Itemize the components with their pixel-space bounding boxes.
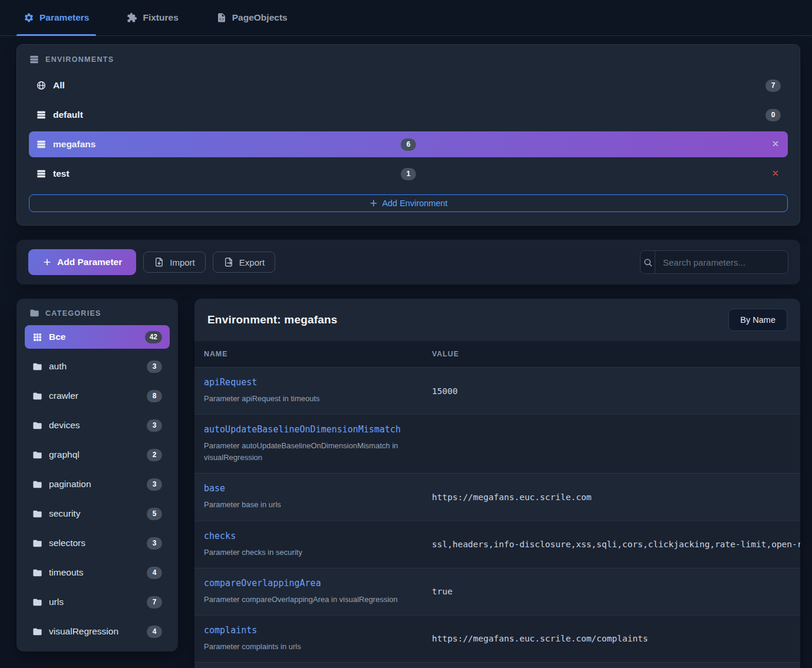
category-name: urls — [49, 597, 64, 607]
count-badge: 42 — [145, 331, 162, 343]
puzzle-icon — [127, 12, 137, 23]
environments-title: ENVIRONMENTS — [45, 55, 114, 64]
globe-icon — [36, 80, 47, 91]
count-badge: 4 — [147, 626, 162, 638]
grid-icon — [32, 332, 42, 342]
top-nav: Parameters Fixtures PageObjects — [0, 0, 812, 36]
folder-icon — [32, 391, 42, 401]
environment-name: default — [53, 110, 83, 120]
folder-icon — [32, 568, 42, 578]
parameter-name-link[interactable]: compareOverlappingArea — [204, 578, 321, 588]
folder-icon — [32, 597, 42, 607]
category-item-pagination[interactable]: pagination 3 — [25, 472, 170, 496]
search-input[interactable] — [655, 251, 788, 273]
parameter-row-apiRequest: apiRequest Parameter apiRequest in timeo… — [194, 367, 800, 414]
category-name: timeouts — [49, 567, 84, 578]
tab-parameters[interactable]: Parameters — [16, 0, 96, 35]
environments-panel: ENVIRONMENTS All 7 default 0 megafans 6 … — [16, 44, 800, 226]
category-name: crawler — [49, 391, 78, 401]
count-badge: 3 — [147, 537, 162, 550]
import-icon — [154, 257, 164, 267]
category-item-crawler[interactable]: crawler 8 — [25, 384, 170, 408]
column-name: NAME — [194, 350, 432, 358]
folder-icon — [32, 362, 42, 372]
categories-title: CATEGORIES — [45, 309, 101, 318]
server-icon — [36, 110, 47, 120]
folder-icon — [32, 509, 42, 519]
plus-icon — [42, 257, 52, 267]
parameter-name-link[interactable]: checks — [204, 531, 236, 541]
export-icon — [223, 257, 234, 267]
parameter-name-link[interactable]: apiRequest — [204, 377, 257, 388]
parameter-row-complaints: complaints Parameter complaints in urls … — [194, 615, 800, 662]
parameter-description: Parameter checks in security — [204, 547, 421, 558]
parameter-description: Parameter base in urls — [204, 499, 421, 511]
parameter-name-link[interactable]: base — [204, 483, 225, 494]
category-item-auth[interactable]: auth 3 — [25, 355, 170, 378]
environment-name: test — [53, 168, 70, 179]
server-icon — [36, 139, 47, 150]
parameter-row-autoUpdateBaselineOnDimensionMismatch: autoUpdateBaselineOnDimensionMismatch Pa… — [194, 414, 800, 473]
category-item-selectors[interactable]: selectors 3 — [25, 531, 170, 555]
import-button[interactable]: Import — [143, 252, 206, 273]
count-badge: 8 — [147, 390, 162, 402]
parameter-value: 15000 — [432, 377, 800, 405]
count-badge: 7 — [765, 80, 781, 92]
parameter-row-compareOverlappingArea: compareOverlappingArea Parameter compare… — [194, 568, 800, 615]
parameter-row-checks: checks Parameter checks in security ssl,… — [194, 521, 800, 568]
count-badge: 7 — [147, 596, 162, 609]
parameter-description: Parameter apiRequest in timeouts — [204, 393, 421, 405]
delete-environment-icon[interactable] — [771, 169, 781, 178]
count-badge: 4 — [147, 567, 162, 579]
add-parameter-button[interactable]: Add Parameter — [28, 249, 136, 275]
environment-item-test[interactable]: test 1 — [29, 161, 788, 187]
parameter-name-link[interactable]: autoUpdateBaselineOnDimensionMismatch — [204, 424, 401, 435]
parameter-name-link[interactable]: complaints — [204, 625, 257, 636]
categories-header: CATEGORIES — [25, 308, 170, 318]
gear-icon — [24, 12, 34, 23]
parameter-row-base: base Parameter base in urls https://mega… — [194, 473, 800, 520]
environment-item-megafans[interactable]: megafans 6 — [29, 131, 788, 157]
environment-title: Environment: megafans — [207, 313, 338, 326]
categories-panel: CATEGORIES Все 42 auth 3 crawler 8 devic… — [16, 299, 178, 652]
folder-icon — [32, 538, 42, 548]
count-badge: 1 — [401, 168, 416, 180]
environment-item-default[interactable]: default 0 — [29, 102, 788, 128]
category-item-graphql[interactable]: graphql 2 — [25, 443, 170, 467]
category-item-security[interactable]: security 5 — [25, 502, 170, 525]
add-environment-button[interactable]: Add Environment — [29, 194, 788, 212]
tab-pageobjects[interactable]: PageObjects — [209, 0, 295, 35]
export-button[interactable]: Export — [213, 252, 275, 273]
delete-environment-icon[interactable] — [771, 140, 781, 149]
category-item-visualregression[interactable]: visualRegression 4 — [25, 620, 170, 643]
count-badge: 3 — [147, 361, 162, 373]
sort-by-button[interactable]: By Name — [728, 309, 787, 331]
parameter-value — [432, 424, 800, 464]
environment-name: megafans — [53, 139, 95, 150]
category-name: security — [49, 508, 80, 519]
search-box — [640, 250, 788, 274]
count-badge: 0 — [765, 109, 781, 121]
category-item-timeouts[interactable]: timeouts 4 — [25, 561, 170, 584]
environment-item-all[interactable]: All 7 — [29, 72, 788, 98]
parameters-panel: Environment: megafans By Name NAME VALUE… — [194, 299, 800, 668]
category-name: pagination — [49, 479, 91, 490]
category-name: auth — [49, 361, 67, 372]
category-name: visualRegression — [49, 626, 118, 637]
category-item-все[interactable]: Все 42 — [25, 325, 170, 349]
parameter-description: Parameter compareOverlappingArea in visu… — [204, 594, 421, 606]
search-icon — [641, 251, 655, 273]
parameter-description: Parameter autoUpdateBaselineOnDimensionM… — [204, 440, 421, 464]
category-name: graphql — [49, 449, 80, 460]
environments-header: ENVIRONMENTS — [29, 54, 788, 65]
parameter-value: true — [432, 578, 800, 606]
category-item-urls[interactable]: urls 7 — [25, 590, 170, 614]
tab-fixtures[interactable]: Fixtures — [120, 0, 185, 35]
count-badge: 5 — [147, 508, 162, 520]
table-header: NAME VALUE — [194, 341, 800, 367]
count-badge: 6 — [401, 138, 416, 151]
category-item-devices[interactable]: devices 3 — [25, 414, 170, 437]
folder-icon — [32, 627, 42, 637]
environment-name: All — [53, 80, 65, 91]
file-code-icon — [216, 12, 227, 23]
